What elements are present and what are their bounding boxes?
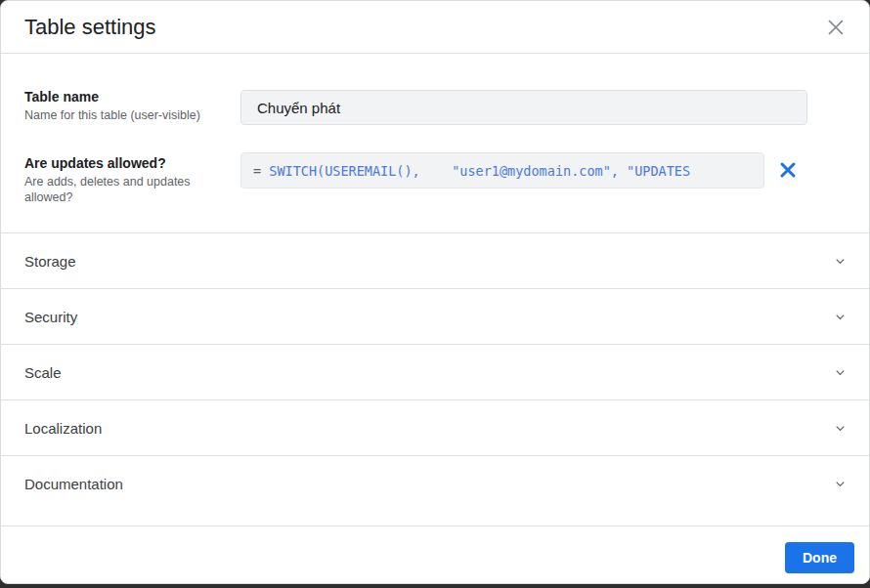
done-button[interactable]: Done: [785, 542, 854, 573]
section-label: Scale: [24, 364, 62, 381]
close-x-glyph: [827, 19, 845, 36]
section-scale[interactable]: Scale: [1, 344, 869, 399]
section-documentation[interactable]: Documentation: [1, 455, 869, 511]
section-label: Documentation: [24, 476, 123, 492]
section-label: Security: [24, 309, 77, 325]
table-name-label: Table name: [24, 89, 232, 105]
formula-equals-sign: =: [253, 163, 261, 179]
section-localization[interactable]: Localization: [1, 399, 869, 455]
table-settings-dialog: Table settings Table name Name for this …: [0, 0, 870, 584]
chevron-down-icon: [833, 365, 848, 380]
section-security[interactable]: Security: [1, 288, 869, 344]
updates-allowed-description: Are adds, deletes and updates allowed?: [24, 174, 232, 205]
chevron-down-icon: [833, 310, 848, 324]
dialog-footer: Done: [1, 525, 869, 583]
settings-accordion: Storage Security Scale Localization Docu…: [1, 232, 869, 511]
section-storage[interactable]: Storage: [1, 232, 869, 288]
clear-formula-icon[interactable]: [775, 157, 801, 183]
dialog-title: Table settings: [24, 15, 156, 40]
formula-expression: SWITCH(USEREMAIL(), "user1@mydomain.com"…: [269, 163, 690, 179]
chevron-down-icon: [833, 254, 848, 269]
section-label: Localization: [24, 420, 102, 437]
dialog-header: Table settings: [1, 1, 869, 54]
section-label: Storage: [24, 253, 76, 270]
table-name-label-block: Table name Name for this table (user-vis…: [24, 89, 232, 123]
table-name-input[interactable]: [240, 90, 807, 125]
chevron-down-icon: [833, 477, 848, 491]
close-icon[interactable]: [822, 14, 849, 41]
updates-allowed-formula-field[interactable]: = SWITCH(USEREMAIL(), "user1@mydomain.co…: [240, 152, 764, 189]
table-name-description: Name for this table (user-visible): [24, 107, 232, 123]
blue-x-glyph: [779, 161, 797, 179]
updates-allowed-label-block: Are updates allowed? Are adds, deletes a…: [24, 155, 232, 205]
chevron-down-icon: [833, 421, 848, 436]
updates-allowed-label: Are updates allowed?: [24, 155, 232, 171]
formula-space: [261, 163, 269, 179]
